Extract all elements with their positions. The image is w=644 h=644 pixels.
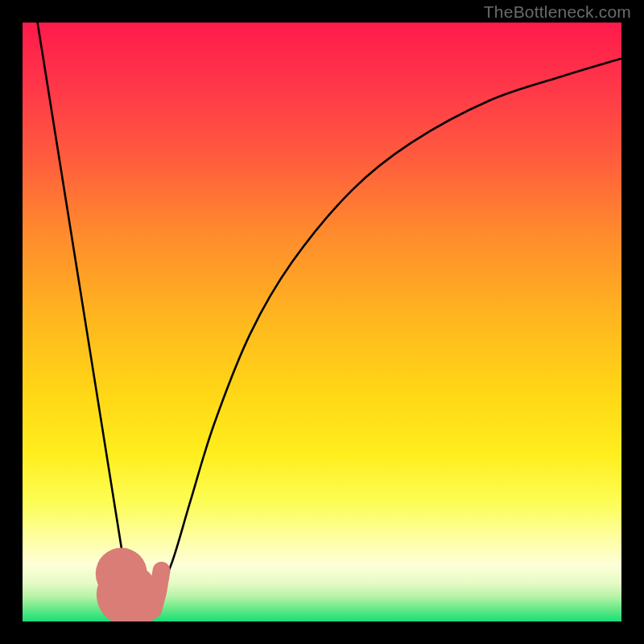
frame: TheBottleneck.com (0, 0, 644, 644)
plot-area (23, 23, 621, 621)
chart-svg (23, 23, 621, 621)
dots-group (96, 547, 159, 621)
right-curve-line (155, 59, 621, 604)
watermark-text: TheBottleneck.com (484, 2, 631, 22)
left-descent-line (38, 23, 130, 604)
